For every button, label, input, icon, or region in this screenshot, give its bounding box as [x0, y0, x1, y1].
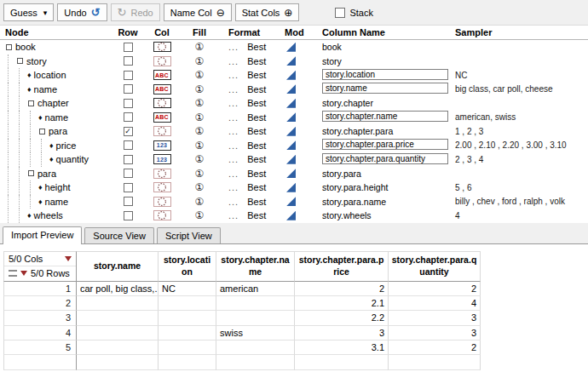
modeling-type-icon[interactable]: [286, 169, 296, 178]
format-value[interactable]: Best: [247, 126, 266, 136]
preview-cell[interactable]: 2: [295, 282, 389, 296]
branch-toggle-icon[interactable]: [39, 129, 45, 134]
modeling-type-icon[interactable]: [286, 84, 296, 94]
column-name-field[interactable]: story.chapter.name: [322, 111, 448, 122]
preview-cell[interactable]: american: [216, 282, 295, 296]
modeling-type-icon[interactable]: [286, 197, 296, 206]
preview-cell[interactable]: [159, 341, 216, 355]
row-checkbox[interactable]: [124, 112, 133, 122]
clock-type-icon[interactable]: [153, 197, 171, 207]
format-value[interactable]: Best: [247, 197, 266, 207]
row-checkbox[interactable]: [124, 43, 133, 52]
format-more-button[interactable]: ...: [228, 210, 239, 220]
preview-cell[interactable]: 3: [389, 311, 481, 325]
modeling-type-icon[interactable]: [286, 183, 296, 192]
fill-one-icon[interactable]: ①: [195, 112, 205, 123]
column-name-field[interactable]: story.chapter.para.price: [322, 139, 448, 150]
row-checkbox[interactable]: [124, 211, 133, 220]
character-type-icon[interactable]: ABC: [153, 112, 171, 123]
preview-cell[interactable]: 2: [389, 282, 481, 296]
row-checkbox[interactable]: [124, 56, 133, 66]
stack-checkbox[interactable]: [335, 8, 345, 18]
fill-one-icon[interactable]: ①: [195, 168, 205, 180]
preview-cell[interactable]: [77, 296, 159, 311]
preview-row-number[interactable]: [3, 355, 77, 369]
modeling-type-icon[interactable]: [286, 155, 296, 164]
preview-cell[interactable]: [159, 326, 216, 341]
format-more-button[interactable]: ...: [228, 42, 239, 52]
preview-cell[interactable]: [159, 311, 216, 325]
tab-source-view[interactable]: Source View: [84, 227, 154, 243]
format-value[interactable]: Best: [247, 169, 266, 179]
column-name-field[interactable]: story.location: [322, 69, 448, 80]
format-value[interactable]: Best: [247, 182, 266, 192]
preview-row-number[interactable]: 1: [3, 282, 77, 296]
preview-cell[interactable]: [77, 341, 159, 355]
preview-row-number[interactable]: 5: [3, 341, 77, 355]
preview-cell[interactable]: swiss: [216, 326, 295, 341]
format-more-button[interactable]: ...: [228, 140, 239, 151]
fill-one-icon[interactable]: ①: [195, 125, 205, 137]
format-more-button[interactable]: ...: [228, 154, 239, 164]
clock-type-icon[interactable]: [153, 126, 171, 136]
format-more-button[interactable]: ...: [228, 70, 239, 80]
column-name-field[interactable]: story.chapter.para.quantity: [322, 153, 448, 164]
row-checkbox[interactable]: [124, 99, 133, 108]
format-more-button[interactable]: ...: [228, 197, 239, 207]
preview-cell[interactable]: 2.2: [295, 311, 389, 325]
row-checkbox[interactable]: ✓: [124, 127, 133, 136]
preview-col-header[interactable]: story.chapter.para.quantity: [389, 251, 481, 282]
fill-one-icon[interactable]: ①: [195, 153, 205, 165]
redo-button[interactable]: ↻ Redo: [111, 3, 160, 21]
fill-one-icon[interactable]: ①: [195, 83, 205, 95]
modeling-type-icon[interactable]: [286, 140, 296, 150]
fill-one-icon[interactable]: ①: [195, 209, 205, 221]
preview-cell[interactable]: [216, 341, 295, 355]
preview-cell[interactable]: NC: [159, 282, 216, 296]
modeling-type-icon[interactable]: [286, 99, 296, 108]
format-more-button[interactable]: ...: [228, 112, 239, 123]
rows-menu-triangle-icon[interactable]: [20, 271, 27, 276]
column-name-field[interactable]: story.name: [322, 83, 448, 94]
preview-cell[interactable]: 3: [389, 326, 481, 341]
character-type-icon[interactable]: ABC: [153, 84, 171, 94]
row-checkbox[interactable]: [124, 140, 133, 150]
preview-col-header[interactable]: story.location: [159, 251, 216, 282]
preview-cell[interactable]: 3.1: [295, 341, 389, 355]
clock-type-icon[interactable]: [153, 169, 171, 179]
preview-col-header[interactable]: story.chapter.para.price: [295, 251, 389, 282]
format-more-button[interactable]: ...: [228, 182, 239, 192]
preview-cell[interactable]: [159, 296, 216, 311]
preview-cell[interactable]: [159, 355, 216, 369]
table-corner[interactable]: 5/0 Cols 5/0 Rows: [3, 251, 77, 282]
format-value[interactable]: Best: [247, 210, 266, 220]
fill-one-icon[interactable]: ①: [195, 41, 205, 53]
preview-cell[interactable]: [216, 311, 295, 325]
preview-cell[interactable]: [216, 296, 295, 311]
branch-toggle-icon[interactable]: [6, 44, 12, 50]
format-more-button[interactable]: ...: [228, 98, 239, 108]
row-checkbox[interactable]: [124, 155, 133, 164]
format-value[interactable]: Best: [247, 154, 266, 164]
guess-button[interactable]: Guess ▾: [3, 3, 54, 21]
clock-type-icon[interactable]: [153, 98, 171, 108]
format-value[interactable]: Best: [247, 140, 266, 151]
preview-col-header[interactable]: story.name: [77, 251, 159, 282]
undo-button[interactable]: Undo ↺: [57, 3, 107, 21]
preview-cell[interactable]: 3: [295, 326, 389, 341]
stat-cols-button[interactable]: Stat Cols ⊕: [235, 3, 300, 21]
preview-col-header[interactable]: story.chapter.name: [216, 251, 295, 282]
format-value[interactable]: Best: [247, 98, 266, 108]
fill-one-icon[interactable]: ①: [195, 97, 205, 109]
preview-row-number[interactable]: 2: [3, 296, 77, 311]
clock-type-icon[interactable]: [153, 42, 171, 52]
row-checkbox[interactable]: [124, 197, 133, 206]
fill-one-icon[interactable]: ①: [195, 196, 205, 208]
row-checkbox[interactable]: [124, 183, 133, 192]
name-col-button[interactable]: Name Col ⊖: [164, 3, 232, 21]
preview-row-number[interactable]: 4: [3, 326, 77, 341]
preview-cell[interactable]: [216, 355, 295, 369]
row-checkbox[interactable]: [124, 71, 133, 80]
preview-cell[interactable]: [77, 355, 159, 369]
modeling-type-icon[interactable]: [286, 112, 296, 122]
